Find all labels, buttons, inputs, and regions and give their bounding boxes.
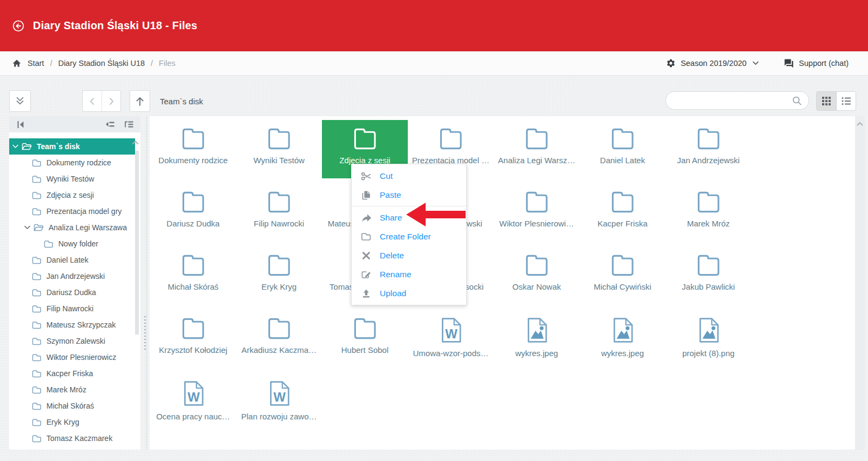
file-grid-item[interactable]: W Ocena pracy nauc… [150,373,236,436]
file-grid-item[interactable]: W Michał Cywiński [580,246,665,310]
file-grid-item[interactable]: W wykres.jpeg [580,310,665,373]
context-menu-item[interactable]: Cut [352,166,466,185]
tree-item[interactable]: Prezentacja model gry [9,203,135,219]
tree-item[interactable]: Wyniki Testów [9,171,135,187]
file-item-label: Analiza Legi Warsz… [498,156,575,165]
file-grid-item[interactable]: W projekt (8).png [665,310,751,373]
file-item-label: Hubert Sobol [341,345,389,355]
tree-item-label: Wiktor Plesnierowicz [46,353,116,362]
nav-back-button[interactable] [83,91,102,111]
back-button[interactable] [12,19,25,32]
go-up-button[interactable] [130,90,150,112]
file-grid-item[interactable]: W Filip Nawrocki [236,183,322,246]
folder-icon [32,402,42,410]
tree-item[interactable]: Szymon Zalewski [9,333,135,349]
tree-item[interactable]: Kacper Friska [9,365,135,382]
file-grid-item[interactable]: W Arkadiusz Kaczma… [236,310,322,373]
gear-icon [666,58,676,68]
file-grid-item[interactable]: W Dariusz Dudka [150,183,236,246]
context-menu-item-label: Rename [380,270,412,279]
list-view-button[interactable] [836,92,856,110]
svg-text:W: W [273,390,286,404]
file-grid-item[interactable]: W wykres.jpeg [494,310,580,373]
breadcrumb-item-start[interactable]: Start [28,59,44,68]
file-grid-item[interactable]: W Oskar Nowak [494,246,580,310]
tree-item[interactable]: Analiza Legi Warszawa [9,219,135,236]
file-grid-item[interactable]: W Kacper Friska [580,183,665,246]
folder-icon [32,175,42,183]
file-item-label: Wyniki Testów [253,156,305,165]
collapse-all-icon[interactable] [105,119,115,129]
file-grid-item[interactable]: W Eryk Kryg [236,246,322,310]
context-menu-item[interactable]: Create Folder [352,227,466,246]
tree-item-label: Michał Skóraś [46,402,94,410]
main-scrollbar[interactable] [855,116,865,450]
tree-item[interactable]: Dokumenty rodzice [9,155,135,171]
tree-item-label: Wyniki Testów [46,175,94,183]
open-folder-icon [22,143,32,151]
search-icon[interactable] [792,96,802,106]
support-chat-button[interactable]: Support (chat) [784,58,849,69]
tree-item-label: Szymon Zalewski [46,337,105,345]
tree-item[interactable]: Eryk Kryg [9,414,135,430]
file-grid-item[interactable]: W Jakub Pawlicki [665,246,751,310]
breadcrumb-item-diary[interactable]: Diary Stadion Śląski U18 [58,59,145,68]
tree-item[interactable]: Jan Andrzejewski [9,268,135,284]
svg-text:W: W [445,326,457,341]
tree-item[interactable]: Nowy folder [9,236,135,252]
tree-item[interactable]: Filip Nawrocki [9,300,135,317]
tree-item-label: Kacper Friska [46,369,93,378]
tree-item[interactable]: Mateusz Skrzypczak [9,317,135,333]
collapse-toolbar-button[interactable] [9,90,31,112]
file-grid-item[interactable]: W Jan Andrzejewski [665,120,751,183]
tree-item[interactable]: Zdjęcia z sesji [9,187,135,203]
tree-expander-icon[interactable] [12,144,18,149]
file-grid-item[interactable]: W Wiktor Plesnierowi… [494,183,580,246]
context-menu-item[interactable]: Paste [352,185,466,204]
sidebar-scroll-up-icon[interactable] [132,140,139,145]
main-scroll-up-icon[interactable] [856,121,864,126]
sidebar-scrollbar-thumb[interactable] [135,151,139,335]
breadcrumb-item-files: Files [159,59,176,68]
season-selector[interactable]: Season 2019/2020 [666,58,759,68]
file-grid-item[interactable]: W Dokumenty rodzice [150,120,236,183]
chevron-down-icon [752,61,759,65]
file-grid-item[interactable]: W Plan rozwoju zawo… [236,373,322,436]
grid-view-button[interactable] [817,92,836,110]
nav-forward-button[interactable] [102,91,120,111]
open-folder-icon [33,224,44,232]
context-menu-item[interactable]: Upload [352,284,466,303]
search-input[interactable] [675,96,792,105]
home-icon[interactable] [12,59,22,68]
file-grid-item[interactable]: W Marek Mróz [665,183,751,246]
file-item-label: projekt (8).png [682,349,735,358]
file-grid-item[interactable]: W Analiza Legi Warsz… [494,120,580,183]
tree-item[interactable]: Wiktor Plesnierowicz [9,349,135,365]
file-item-label: Arkadiusz Kaczma… [241,345,317,355]
tree-expander-icon[interactable] [24,225,30,230]
context-menu-item[interactable]: Delete [352,246,466,265]
tree-item[interactable]: Tomasz Kaczmarek [9,430,135,446]
word-document-icon: W [268,380,291,407]
splitter-drag-handle[interactable] [144,316,146,350]
file-grid-item[interactable]: W Wyniki Testów [236,120,322,183]
folder-icon [32,321,42,329]
expand-all-icon[interactable] [124,119,134,129]
file-grid-item[interactable]: W Michał Skóraś [150,246,236,310]
tree-item[interactable]: Daniel Latek [9,252,135,268]
tree-item[interactable]: Dariusz Dudka [9,284,135,300]
file-grid-item[interactable]: W Krzysztof Kołodziej [150,310,236,373]
file-grid-item[interactable]: W Daniel Latek [580,120,665,183]
tree-item[interactable]: Team`s disk [9,138,135,155]
tree-item[interactable]: Michał Skóraś [9,398,135,414]
folder-icon [352,127,379,151]
tree-item[interactable]: Marek Mróz [9,382,135,398]
breadcrumb-separator: / [151,59,153,68]
collapse-sidebar-icon[interactable] [16,119,25,130]
file-item-label: Plan rozwoju zawo… [241,412,317,421]
context-menu-item[interactable]: Rename [352,265,466,284]
file-grid-item[interactable]: W Hubert Sobol [322,310,408,373]
file-grid-item[interactable]: W Umowa-wzor-pods… [408,310,494,373]
breadcrumb-separator: / [50,59,52,68]
folder-tree: Team`s disk D [9,132,140,446]
